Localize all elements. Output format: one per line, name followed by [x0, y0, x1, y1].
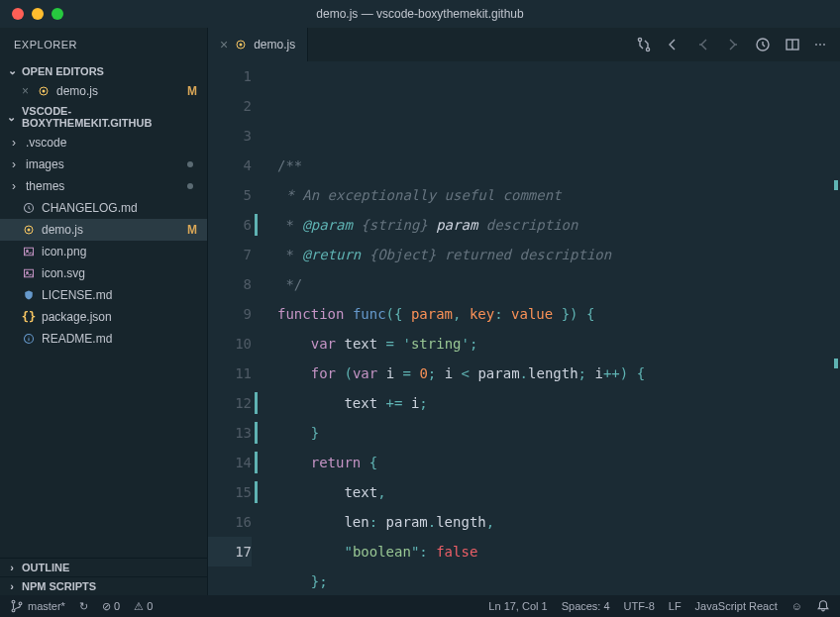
- line-number[interactable]: 17: [208, 537, 252, 566]
- line-number[interactable]: 2: [208, 91, 252, 121]
- line-number[interactable]: 3: [208, 121, 252, 151]
- language-status[interactable]: JavaScript React: [695, 600, 778, 612]
- line-number[interactable]: 16: [208, 507, 252, 537]
- svg-point-18: [19, 602, 22, 605]
- file-label: README.md: [42, 332, 112, 346]
- code-line[interactable]: */: [277, 269, 840, 299]
- line-number[interactable]: 1: [208, 61, 252, 91]
- chevron-down-icon: ⌄: [6, 111, 18, 124]
- svg-point-11: [240, 44, 243, 47]
- js-file-icon: [37, 85, 51, 97]
- preview-icon[interactable]: [755, 37, 771, 52]
- chevron-right-icon: ›: [8, 179, 20, 193]
- file-label: LICENSE.md: [42, 288, 112, 302]
- sync-status[interactable]: ↻: [79, 600, 88, 613]
- open-editors-label: OPEN EDITORS: [22, 65, 104, 77]
- file-item[interactable]: LICENSE.md: [0, 284, 207, 306]
- code-line[interactable]: len: param.length,: [277, 507, 840, 537]
- folder-label: .vscode: [26, 136, 66, 150]
- info-file-icon: [22, 333, 36, 345]
- file-item[interactable]: icon.png: [0, 241, 207, 262]
- code-line[interactable]: var text = 'string';: [277, 329, 840, 359]
- code-line[interactable]: * @param {string} param description: [277, 210, 840, 240]
- editor-actions: ⋯: [622, 28, 840, 61]
- explorer-header: EXPLORER: [0, 28, 207, 61]
- folder-item[interactable]: ›themes: [0, 175, 207, 197]
- undo-icon[interactable]: [695, 37, 711, 52]
- feedback-icon[interactable]: ☺: [791, 600, 802, 612]
- file-label: icon.png: [42, 245, 86, 258]
- open-editor-item[interactable]: ×demo.jsM: [0, 80, 207, 102]
- git-branch-status[interactable]: master*: [10, 599, 65, 613]
- close-window-button[interactable]: [12, 8, 24, 20]
- chevron-right-icon: ›: [6, 562, 18, 573]
- code-line[interactable]: return {: [277, 448, 840, 477]
- js-file-icon: [234, 39, 248, 51]
- code-line[interactable]: * @return {Object} returned description: [277, 240, 840, 269]
- errors-status[interactable]: ⊘ 0: [102, 600, 120, 613]
- project-section[interactable]: ⌄ VSCODE-BOXYTHEMEKIT.GITHUB: [0, 102, 207, 132]
- svg-point-13: [646, 48, 649, 51]
- code-line[interactable]: "boolean": false: [277, 537, 840, 566]
- go-back-icon[interactable]: [666, 37, 682, 52]
- line-number[interactable]: 9: [208, 299, 252, 329]
- code-editor[interactable]: 1234567891011121314151617 /** * An excep…: [208, 61, 840, 595]
- line-number[interactable]: 7: [208, 240, 252, 269]
- chevron-down-icon: ⌄: [6, 64, 18, 77]
- tab-bar: × demo.js ⋯: [208, 28, 840, 61]
- line-number[interactable]: 4: [208, 151, 252, 180]
- file-label: demo.js: [42, 223, 83, 237]
- line-number[interactable]: 6: [208, 210, 252, 240]
- close-editor-icon[interactable]: ×: [22, 84, 29, 98]
- file-item[interactable]: demo.jsM: [0, 219, 207, 241]
- redo-icon[interactable]: [725, 37, 741, 52]
- open-editors-section[interactable]: ⌄ OPEN EDITORS: [0, 61, 207, 80]
- file-item[interactable]: {}package.json: [0, 306, 207, 328]
- line-number[interactable]: 10: [208, 329, 252, 359]
- svg-point-16: [12, 600, 15, 603]
- outline-section[interactable]: › OUTLINE: [0, 558, 207, 576]
- maximize-window-button[interactable]: [52, 8, 63, 20]
- code-line[interactable]: };: [277, 566, 840, 595]
- npm-scripts-section[interactable]: › NPM SCRIPTS: [0, 576, 207, 595]
- svg-point-12: [638, 38, 641, 41]
- line-number[interactable]: 14: [208, 448, 252, 477]
- file-item[interactable]: CHANGELOG.md: [0, 197, 207, 219]
- line-number[interactable]: 12: [208, 388, 252, 418]
- line-number[interactable]: 15: [208, 477, 252, 507]
- tab-label: demo.js: [254, 38, 295, 51]
- tab-close-icon[interactable]: ×: [220, 37, 228, 52]
- code-line[interactable]: text,: [277, 477, 840, 507]
- code-line[interactable]: /**: [277, 151, 840, 180]
- code-line[interactable]: }: [277, 418, 840, 448]
- line-number[interactable]: 13: [208, 418, 252, 448]
- split-editor-icon[interactable]: [785, 37, 800, 52]
- file-item[interactable]: README.md: [0, 328, 207, 350]
- line-number[interactable]: 8: [208, 269, 252, 299]
- project-label: VSCODE-BOXYTHEMEKIT.GITHUB: [22, 105, 201, 129]
- git-compare-icon[interactable]: [636, 37, 652, 52]
- img-file-icon: [22, 267, 36, 279]
- indentation-status[interactable]: Spaces: 4: [562, 600, 610, 612]
- cursor-position-status[interactable]: Ln 17, Col 1: [488, 600, 547, 612]
- minimize-window-button[interactable]: [32, 8, 44, 20]
- file-item[interactable]: icon.svg: [0, 262, 207, 284]
- js-file-icon: [22, 224, 36, 236]
- folder-item[interactable]: ›.vscode: [0, 132, 207, 154]
- more-actions-icon[interactable]: ⋯: [814, 38, 826, 51]
- notifications-icon[interactable]: [816, 599, 830, 613]
- img-file-icon: [22, 246, 36, 257]
- code-line[interactable]: function func({ param, key: value }) {: [277, 299, 840, 329]
- code-line[interactable]: * An exceptionally useful comment: [277, 180, 840, 210]
- warnings-status[interactable]: ⚠ 0: [134, 600, 153, 613]
- line-number[interactable]: 11: [208, 359, 252, 388]
- eol-status[interactable]: LF: [669, 600, 682, 612]
- code-line[interactable]: for (var i = 0; i < param.length; i++) {: [277, 359, 840, 388]
- clock-file-icon: [22, 202, 36, 214]
- line-number[interactable]: 5: [208, 180, 252, 210]
- folder-label: themes: [26, 179, 64, 193]
- folder-item[interactable]: ›images: [0, 154, 207, 175]
- code-line[interactable]: text += i;: [277, 388, 840, 418]
- tab-demo-js[interactable]: × demo.js: [208, 28, 308, 61]
- encoding-status[interactable]: UTF-8: [624, 600, 655, 612]
